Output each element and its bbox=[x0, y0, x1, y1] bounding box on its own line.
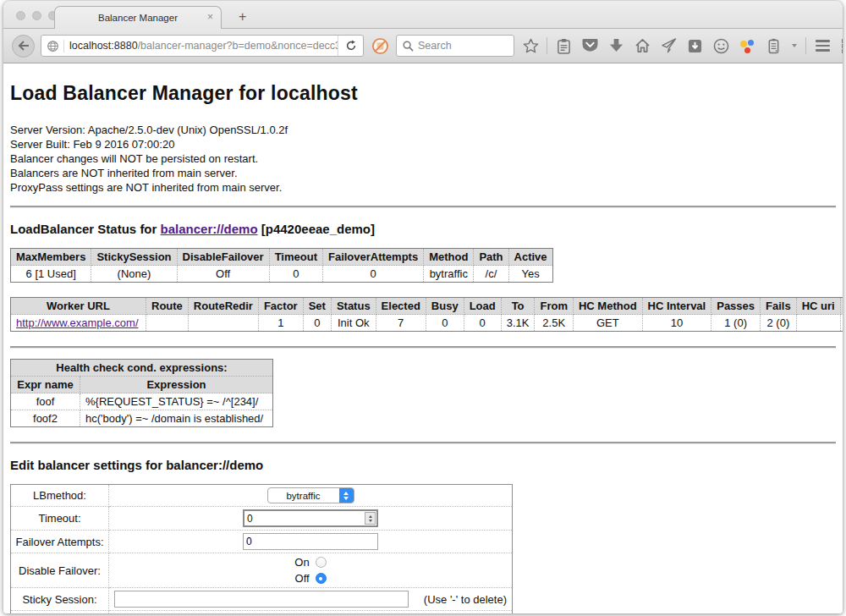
timeout-row: Timeout: 0 bbox=[11, 507, 513, 531]
table-header-row: MaxMembers StickySession DisableFailover… bbox=[11, 249, 553, 266]
browser-window: Balancer Manager × + localhost:8880/bala… bbox=[3, 1, 843, 613]
worker-status-table: Worker URL Route RouteRedir Factor Set S… bbox=[10, 297, 843, 332]
blocked-content-icon[interactable] bbox=[370, 36, 390, 56]
worker-url-link[interactable]: http://www.example.com/ bbox=[16, 316, 139, 329]
server-version: Server Version: Apache/2.5.0-dev (Unix) … bbox=[10, 123, 836, 137]
back-button[interactable] bbox=[12, 35, 35, 58]
feedback-smiley-icon[interactable] bbox=[711, 36, 731, 56]
timeout-input[interactable]: 0 bbox=[243, 509, 378, 527]
disable-failover-row: Disable Failover: On Off bbox=[11, 553, 513, 588]
tab-bar: Balancer Manager × + bbox=[3, 1, 843, 29]
send-tab-icon[interactable] bbox=[658, 36, 678, 56]
sticky-session-hint: (Use '-' to delete) bbox=[424, 593, 507, 606]
window-close-button[interactable] bbox=[16, 11, 25, 20]
reload-icon bbox=[345, 40, 357, 52]
balancer-settings-form: LBmethod: bytraffic Timeout: 0 bbox=[10, 484, 513, 613]
globe-icon bbox=[41, 40, 64, 52]
balancer-demo-link[interactable]: balancer://demo bbox=[161, 222, 258, 236]
tab-balancer-manager[interactable]: Balancer Manager × bbox=[54, 6, 222, 29]
table-row: 6 [1 Used] (None) Off 0 0 bytraffic /c/ … bbox=[11, 266, 553, 283]
search-placeholder: Search bbox=[418, 40, 452, 52]
radio-on[interactable] bbox=[316, 557, 327, 568]
divider bbox=[10, 442, 836, 444]
table-title-row: Health check cond. expressions: bbox=[11, 360, 273, 377]
navigation-toolbar: localhost:8880/balancer-manager?b=demo&n… bbox=[3, 29, 843, 63]
radio-on-label: On bbox=[294, 556, 309, 569]
disable-failover-label: Disable Failover: bbox=[11, 553, 109, 588]
add-worker-label: Add New Worker: bbox=[11, 611, 109, 614]
sticky-session-row: Sticky Session: (Use '-' to delete) bbox=[11, 588, 513, 611]
divider bbox=[10, 206, 836, 208]
lbmethod-row: LBmethod: bytraffic bbox=[11, 485, 513, 507]
search-icon bbox=[403, 41, 414, 52]
table-row: foof2 hc('body') =~ /domain is establish… bbox=[11, 410, 273, 427]
toolbar-separator bbox=[547, 37, 547, 54]
menu-hamburger-icon[interactable] bbox=[812, 36, 832, 56]
failover-attempts-row: Failover Attempts: bbox=[11, 531, 513, 553]
timeout-label: Timeout: bbox=[11, 507, 109, 531]
status-heading: LoadBalancer Status for balancer://demo … bbox=[10, 222, 836, 236]
note-inherit-balancers: Balancers are NOT inherited from main se… bbox=[10, 166, 836, 180]
reload-button[interactable] bbox=[338, 36, 363, 56]
balancer-status-table: MaxMembers StickySession DisableFailover… bbox=[10, 248, 553, 283]
toolbar-separator bbox=[805, 37, 806, 54]
edit-settings-heading: Edit balancer settings for balancer://de… bbox=[10, 458, 836, 472]
radio-off-label: Off bbox=[295, 572, 310, 585]
url-text[interactable]: localhost:8880/balancer-manager?b=demo&n… bbox=[64, 40, 338, 52]
downloads-icon[interactable] bbox=[606, 36, 626, 56]
pocket-icon[interactable] bbox=[580, 36, 600, 56]
table-row: foof %{REQUEST_STATUS} =~ /^[234]/ bbox=[11, 393, 273, 410]
window-controls bbox=[16, 11, 58, 20]
note-persist: Balancer changes will NOT be persisted o… bbox=[10, 151, 836, 166]
grid-icon[interactable] bbox=[838, 36, 843, 56]
worker-row: http://www.example.com/ 1 0 Init Ok 7 0 … bbox=[11, 315, 843, 332]
search-input[interactable]: Search bbox=[396, 35, 514, 57]
server-built: Server Built: Feb 9 2016 07:00:20 bbox=[10, 137, 836, 151]
battery-extension-icon[interactable] bbox=[763, 36, 783, 56]
health-check-table: Health check cond. expressions: Expr nam… bbox=[10, 359, 273, 427]
page-title: Load Balancer Manager for localhost bbox=[10, 63, 836, 123]
divider bbox=[10, 346, 836, 349]
add-worker-row: Add New Worker: Are you sure? bbox=[11, 611, 513, 614]
table-header-row: Worker URL Route RouteRedir Factor Set S… bbox=[11, 298, 843, 315]
failover-attempts-label: Failover Attempts: bbox=[11, 531, 109, 553]
sticky-session-input[interactable] bbox=[114, 591, 409, 608]
save-page-icon[interactable] bbox=[684, 36, 705, 56]
tab-close-icon[interactable]: × bbox=[207, 12, 213, 22]
window-minimize-button[interactable] bbox=[32, 11, 41, 20]
page-content: Load Balancer Manager for localhost Serv… bbox=[3, 63, 843, 613]
new-tab-button[interactable]: + bbox=[239, 11, 246, 23]
tab-title: Balancer Manager bbox=[98, 13, 178, 23]
lbmethod-label: LBmethod: bbox=[11, 485, 109, 507]
failover-attempts-input[interactable] bbox=[243, 533, 378, 550]
overflow-caret-icon[interactable] bbox=[789, 36, 799, 56]
palette-extension-icon[interactable] bbox=[737, 36, 757, 56]
lbmethod-select[interactable]: bytraffic bbox=[267, 487, 354, 503]
bookmark-star-icon[interactable] bbox=[520, 36, 541, 56]
note-inherit-proxypass: ProxyPass settings are NOT inherited fro… bbox=[10, 180, 836, 195]
radio-off[interactable] bbox=[316, 573, 327, 584]
select-stepper-icon bbox=[339, 488, 354, 503]
home-icon[interactable] bbox=[632, 36, 652, 56]
sticky-session-label: Sticky Session: bbox=[11, 588, 109, 611]
back-arrow-icon bbox=[18, 41, 30, 51]
table-header-row: Expr name Expression bbox=[11, 377, 273, 393]
clipboard-icon[interactable] bbox=[553, 36, 574, 56]
url-bar[interactable]: localhost:8880/balancer-manager?b=demo&n… bbox=[41, 35, 364, 57]
number-spinner-icon[interactable] bbox=[365, 512, 376, 525]
